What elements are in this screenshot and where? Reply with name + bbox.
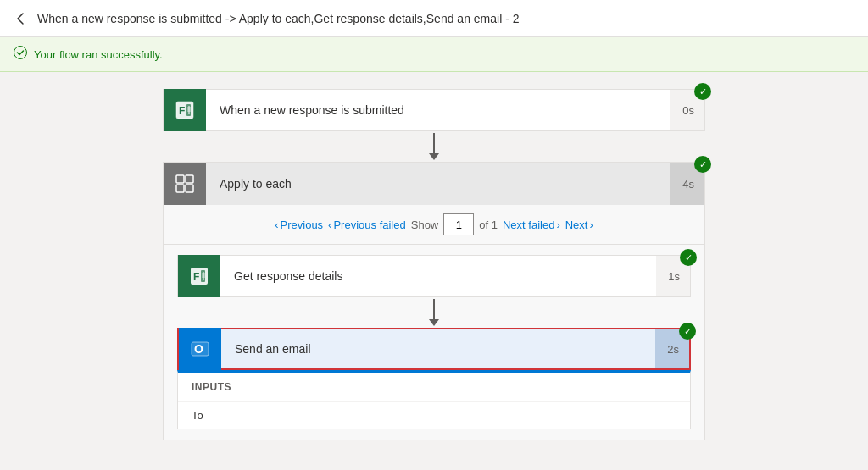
back-button[interactable] — [14, 11, 29, 26]
inputs-section: INPUTS To — [177, 370, 691, 429]
get-response-check: ✓ — [680, 249, 697, 266]
svg-text:F: F — [179, 105, 185, 117]
chevron-right-next-failed-icon: › — [556, 218, 559, 231]
apply-inner-content: F Get response details 1s ✓ — [164, 245, 704, 440]
previous-button[interactable]: ‹ Previous — [275, 218, 323, 231]
outlook-icon: O — [179, 328, 221, 370]
previous-failed-button[interactable]: ‹ Previous failed — [328, 218, 406, 231]
svg-text:O: O — [194, 342, 203, 356]
send-email-check: ✓ — [679, 323, 696, 340]
success-message: Your flow ran successfully. — [34, 48, 163, 61]
trigger-label: When a new response is submitted — [206, 103, 670, 117]
next-label: Next — [565, 218, 588, 231]
trigger-node[interactable]: F When a new response is submitted 0s ✓ — [163, 89, 705, 131]
svg-rect-10 — [186, 175, 193, 183]
apply-to-each-node[interactable]: Apply to each 4s ✓ ‹ Previous ‹ Previous… — [163, 162, 705, 440]
show-label: Show — [411, 218, 439, 231]
trigger-check: ✓ — [694, 83, 711, 100]
loop-icon — [164, 163, 206, 205]
svg-rect-9 — [176, 175, 184, 183]
success-icon — [14, 46, 27, 63]
svg-text:F: F — [193, 271, 199, 283]
next-failed-button[interactable]: Next failed › — [503, 218, 560, 231]
success-banner: Your flow ran successfully. — [0, 37, 868, 72]
send-email-label: Send an email — [221, 342, 655, 356]
get-response-label: Get response details — [220, 269, 656, 283]
next-button[interactable]: Next › — [565, 218, 593, 231]
apply-header: Apply to each 4s ✓ — [164, 163, 704, 205]
canvas: F When a new response is submitted 0s ✓ — [0, 72, 868, 470]
next-failed-label: Next failed — [503, 218, 554, 231]
header: When a new response is submitted -> Appl… — [0, 0, 868, 37]
previous-label: Previous — [281, 218, 324, 231]
previous-failed-label: Previous failed — [333, 218, 405, 231]
get-response-forms-icon: F — [178, 255, 220, 297]
svg-rect-12 — [186, 185, 193, 192]
svg-point-0 — [14, 47, 27, 59]
chevron-left-prev-failed-icon: ‹ — [328, 218, 331, 231]
apply-check: ✓ — [694, 156, 711, 173]
arrow-1 — [429, 131, 439, 162]
get-response-node[interactable]: F Get response details 1s ✓ — [177, 255, 691, 297]
of-label: of 1 — [479, 218, 498, 231]
inputs-header: INPUTS — [178, 373, 690, 401]
svg-rect-11 — [176, 185, 184, 192]
arrow-2 — [177, 297, 691, 328]
page-input[interactable] — [443, 213, 474, 235]
chevron-right-next-icon: › — [589, 218, 593, 231]
send-email-node[interactable]: O Send an email 2s ✓ — [177, 328, 691, 370]
pagination-bar: ‹ Previous ‹ Previous failed Show of 1 N… — [164, 205, 704, 245]
inputs-to-row: To — [178, 401, 690, 429]
apply-label: Apply to each — [206, 177, 670, 191]
chevron-left-prev-icon: ‹ — [275, 218, 278, 231]
forms-icon: F — [164, 89, 206, 131]
page-title: When a new response is submitted -> Appl… — [37, 12, 519, 25]
